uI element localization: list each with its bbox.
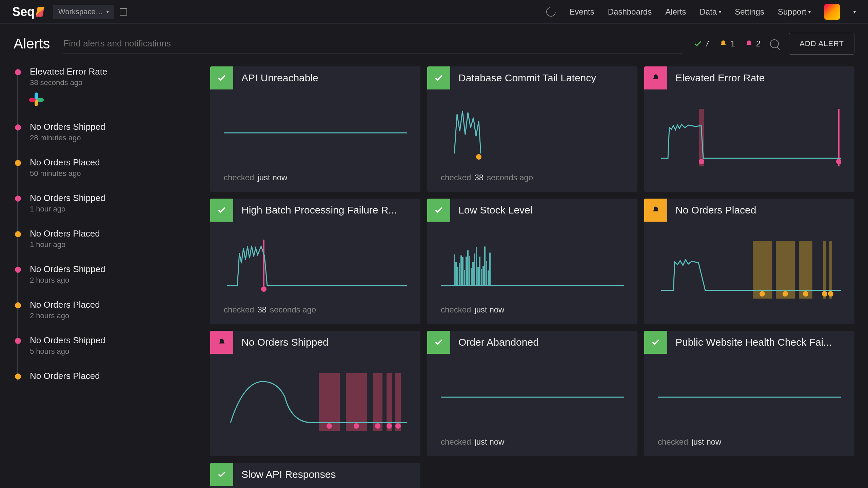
timeline-item-title: No Orders Placed [30, 371, 203, 381]
svg-rect-27 [486, 261, 487, 286]
nav-events[interactable]: Events [569, 7, 594, 17]
card-chart [210, 222, 420, 305]
status-badge [644, 66, 667, 89]
alert-card[interactable]: High Batch Processing Failure R... check… [210, 199, 420, 324]
timeline-item[interactable]: No Orders Placed 1 hour ago [14, 228, 203, 249]
status-ok[interactable]: 7 [693, 39, 709, 48]
nav-settings[interactable]: Settings [735, 7, 764, 17]
nav-data[interactable]: Data▾ [700, 7, 722, 17]
svg-rect-28 [488, 270, 489, 286]
svg-rect-19 [472, 262, 474, 286]
nav-dashboards[interactable]: Dashboards [608, 7, 652, 17]
timeline-item-time: 2 hours ago [30, 311, 203, 320]
timeline-item[interactable]: No Orders Shipped 5 hours ago [14, 335, 203, 356]
timeline-item[interactable]: No Orders Placed 50 minutes ago [14, 157, 203, 178]
card-title: API Unreachable [241, 72, 325, 84]
card-head: Order Abandoned [427, 331, 637, 354]
timeline-item[interactable]: No Orders Shipped 2 hours ago [14, 264, 203, 285]
timeline-item-title: No Orders Shipped [30, 335, 203, 346]
add-alert-button[interactable]: ADD ALERT [789, 33, 854, 55]
status-badge [210, 331, 233, 354]
timeline-item[interactable]: Elevated Error Rate 38 seconds ago [14, 66, 203, 107]
save-icon[interactable] [120, 8, 127, 16]
card-title: Elevated Error Rate [675, 72, 771, 84]
check-icon [693, 39, 702, 48]
card-chart [210, 354, 420, 447]
card-chart [644, 354, 854, 437]
alert-card[interactable]: No Orders Placed [644, 199, 854, 324]
timeline-item-time: 5 hours ago [30, 347, 203, 356]
svg-rect-22 [477, 267, 479, 286]
search-input[interactable] [63, 34, 683, 54]
svg-point-46 [327, 423, 332, 429]
card-checked: checkedjust now [427, 437, 637, 456]
timeline-item-title: No Orders Placed [30, 157, 203, 168]
svg-rect-24 [481, 269, 482, 286]
alert-card[interactable]: Slow API Responses [210, 463, 420, 488]
status-warn[interactable]: 1 [719, 39, 735, 48]
bell-icon [217, 338, 226, 347]
status-counts: 7 1 2 [693, 39, 779, 48]
card-checked: checked38seconds ago [210, 305, 420, 324]
chevron-down-icon: ▾ [106, 9, 109, 15]
alert-card[interactable]: API Unreachable checkedjust now [210, 66, 420, 192]
alert-card[interactable]: Order Abandoned checkedjust now [427, 331, 637, 456]
svg-rect-26 [484, 246, 486, 286]
nav-support[interactable]: Support▾ [778, 7, 811, 17]
theme-toggle-icon[interactable] [546, 7, 556, 17]
card-head: Low Stock Level [427, 199, 637, 222]
bell-icon [651, 73, 660, 83]
avatar[interactable] [824, 4, 840, 20]
timeline-item-time: 2 hours ago [30, 276, 203, 285]
svg-rect-12 [460, 256, 462, 286]
timeline-item-title: No Orders Placed [30, 228, 203, 239]
alert-card[interactable]: Public Website Health Check Fai... check… [644, 331, 854, 456]
search-wrap [63, 34, 683, 54]
alert-card[interactable]: No Orders Shipped [210, 331, 420, 456]
workspace-selector[interactable]: Workspace… ▾ [53, 5, 114, 19]
alert-card[interactable]: Elevated Error Rate [644, 66, 854, 192]
timeline-item[interactable]: No Orders Placed [14, 371, 203, 381]
status-alert[interactable]: 2 [745, 39, 761, 48]
svg-rect-25 [482, 266, 484, 286]
status-dot-icon [15, 69, 21, 75]
svg-point-37 [783, 291, 788, 297]
logo[interactable]: Seq [12, 5, 43, 19]
card-title: High Batch Processing Failure R... [241, 204, 404, 216]
bell-icon [745, 39, 753, 48]
card-title: No Orders Placed [675, 204, 763, 216]
svg-rect-21 [476, 247, 477, 286]
logo-mark-icon [36, 7, 44, 17]
alert-card[interactable]: Database Commit Tail Latency checked38se… [427, 66, 637, 192]
card-head: High Batch Processing Failure R... [210, 199, 420, 222]
search-icon[interactable] [770, 39, 779, 48]
card-chart [427, 222, 637, 305]
timeline-item[interactable]: No Orders Placed 2 hours ago [14, 300, 203, 320]
status-dot-icon [15, 267, 21, 273]
timeline-item[interactable]: No Orders Shipped 1 hour ago [14, 193, 203, 214]
timeline-item[interactable]: No Orders Shipped 28 minutes ago [14, 122, 203, 142]
card-head: No Orders Placed [644, 199, 854, 222]
svg-rect-10 [457, 267, 458, 286]
timeline-item-time: 1 hour ago [30, 240, 203, 249]
status-dot-icon [15, 373, 21, 380]
nav-alerts[interactable]: Alerts [665, 7, 686, 17]
svg-point-7 [261, 286, 267, 292]
card-checked: checkedjust now [210, 173, 420, 192]
timeline-item-time: 38 seconds ago [30, 78, 203, 87]
timeline-item-time: 1 hour ago [30, 205, 203, 214]
svg-rect-23 [479, 257, 480, 286]
status-dot-icon [15, 160, 21, 166]
card-title: No Orders Shipped [241, 337, 335, 348]
status-dot-icon [15, 338, 21, 344]
card-title: Slow API Responses [241, 469, 342, 480]
chevron-down-icon[interactable]: ▾ [853, 9, 856, 15]
bell-icon [719, 39, 728, 48]
svg-rect-8 [454, 254, 455, 286]
timeline-item-title: No Orders Shipped [30, 122, 203, 132]
svg-point-36 [760, 291, 765, 297]
alert-card[interactable]: Low Stock Level checkedjust now [427, 199, 637, 324]
card-head: Public Website Health Check Fai... [644, 331, 854, 354]
svg-rect-13 [462, 257, 463, 286]
status-badge [644, 331, 667, 354]
